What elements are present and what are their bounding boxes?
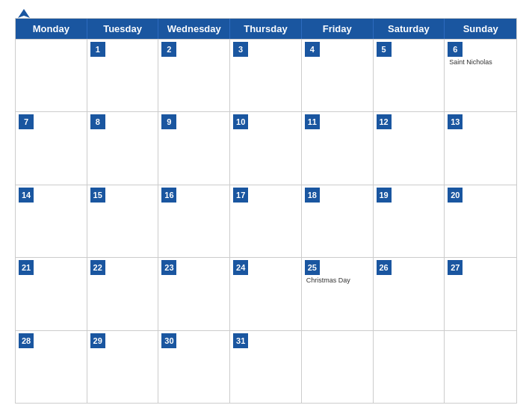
calendar-page: MondayTuesdayWednesdayThursdayFridaySatu… (0, 0, 532, 411)
day-header-wednesday: Wednesday (158, 19, 230, 39)
calendar-week-3: 14151617181920 (16, 185, 516, 257)
calendar-cell: 21 (16, 258, 87, 330)
calendar-cell: 18 (302, 185, 374, 257)
cell-date-number: 23 (161, 260, 176, 275)
cell-date-number: 17 (233, 188, 248, 203)
calendar-cell: 30 (158, 331, 230, 403)
calendar-body: 123456Saint Nicholas78910111213141516171… (16, 39, 516, 403)
cell-date-number: 2 (161, 42, 176, 57)
cell-date-number: 24 (233, 260, 248, 275)
cell-date-number: 4 (305, 42, 320, 57)
cell-date-number: 7 (19, 114, 34, 129)
cell-event-label: Saint Nicholas (448, 58, 513, 66)
day-header-friday: Friday (302, 19, 374, 39)
cell-date-number: 31 (233, 333, 248, 348)
cell-date-number: 5 (377, 42, 392, 57)
calendar-days-header: MondayTuesdayWednesdayThursdayFridaySatu… (16, 19, 516, 39)
cell-date-number: 16 (161, 188, 176, 203)
calendar-cell (16, 40, 87, 111)
calendar-cell: 7 (16, 112, 87, 184)
logo-bird-icon (16, 7, 31, 26)
cell-date-number: 22 (90, 260, 105, 275)
calendar-cell (302, 331, 374, 403)
cell-date-number: 14 (19, 188, 34, 203)
cell-date-number: 28 (19, 333, 34, 348)
calendar-cell: 19 (374, 185, 445, 257)
calendar-cell: 27 (445, 258, 516, 330)
calendar-cell: 22 (87, 258, 159, 330)
day-header-saturday: Saturday (374, 19, 445, 39)
calendar-cell: 11 (302, 112, 374, 184)
calendar-cell: 8 (87, 112, 159, 184)
cell-date-number: 15 (90, 188, 105, 203)
calendar-grid: MondayTuesdayWednesdayThursdayFridaySatu… (15, 18, 517, 404)
calendar-cell: 14 (16, 185, 87, 257)
cell-date-number: 3 (233, 42, 248, 57)
calendar-cell: 3 (230, 40, 302, 111)
cell-event-label: Christmas Day (305, 276, 370, 284)
calendar-week-1: 123456Saint Nicholas (16, 39, 516, 111)
cell-date-number: 6 (448, 42, 463, 57)
cell-date-number: 9 (161, 114, 176, 129)
day-header-thursday: Thursday (230, 19, 302, 39)
calendar-cell: 17 (230, 185, 302, 257)
cell-date-number: 20 (448, 188, 463, 203)
calendar-cell: 15 (87, 185, 159, 257)
cell-date-number (19, 42, 34, 57)
calendar-cell: 6Saint Nicholas (445, 40, 516, 111)
cell-date-number (377, 333, 392, 348)
calendar-cell: 25Christmas Day (302, 258, 374, 330)
calendar-header (15, 7, 517, 13)
cell-date-number: 11 (305, 114, 320, 129)
calendar-cell: 26 (374, 258, 445, 330)
calendar-cell: 31 (230, 331, 302, 403)
logo (15, 7, 31, 26)
day-header-tuesday: Tuesday (87, 19, 159, 39)
cell-date-number: 26 (377, 260, 392, 275)
calendar-cell: 29 (87, 331, 159, 403)
cell-date-number (448, 333, 463, 348)
calendar-week-4: 2122232425Christmas Day2627 (16, 257, 516, 330)
cell-date-number: 29 (90, 333, 105, 348)
cell-date-number (305, 333, 320, 348)
cell-date-number: 8 (90, 114, 105, 129)
cell-date-number: 1 (90, 42, 105, 57)
cell-date-number: 25 (305, 260, 320, 275)
calendar-cell: 5 (374, 40, 445, 111)
cell-date-number: 21 (19, 260, 34, 275)
cell-date-number: 18 (305, 188, 320, 203)
day-header-sunday: Sunday (445, 19, 516, 39)
cell-date-number: 30 (161, 333, 176, 348)
calendar-cell (445, 331, 516, 403)
cell-date-number: 13 (448, 114, 463, 129)
calendar-cell: 28 (16, 331, 87, 403)
calendar-cell: 16 (158, 185, 230, 257)
calendar-cell: 24 (230, 258, 302, 330)
calendar-cell: 4 (302, 40, 374, 111)
cell-date-number: 19 (377, 188, 392, 203)
cell-date-number: 12 (377, 114, 392, 129)
svg-marker-0 (18, 9, 30, 18)
cell-date-number: 27 (448, 260, 463, 275)
calendar-cell (374, 331, 445, 403)
calendar-week-2: 78910111213 (16, 111, 516, 184)
cell-date-number: 10 (233, 114, 248, 129)
calendar-cell: 2 (158, 40, 230, 111)
calendar-cell: 9 (158, 112, 230, 184)
calendar-week-5: 28293031 (16, 330, 516, 403)
calendar-cell: 12 (374, 112, 445, 184)
calendar-cell: 13 (445, 112, 516, 184)
calendar-cell: 23 (158, 258, 230, 330)
calendar-cell: 10 (230, 112, 302, 184)
calendar-cell: 1 (87, 40, 159, 111)
calendar-cell: 20 (445, 185, 516, 257)
